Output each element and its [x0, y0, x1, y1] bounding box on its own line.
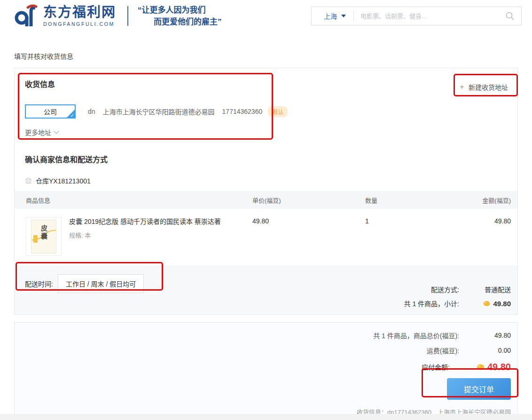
new-address-label: 新建收货地址 — [469, 82, 508, 92]
unit-price: 49.80 — [252, 217, 365, 256]
book-cover-title: 皮囊 — [39, 225, 48, 241]
summary-card: 共 1 件商品，商品总价(福豆): 49.80 运费(福豆): 0.00 应付金… — [14, 322, 518, 420]
warehouse-row: 仓库YX181213001 — [25, 176, 517, 184]
freight-value: 0.00 — [459, 347, 511, 354]
header-divider — [127, 6, 128, 26]
shipping-section-title: 收货信息 — [25, 79, 55, 90]
delivery-method-label: 配送方式: — [431, 285, 459, 294]
brand-name-cn: 东方福利网 — [43, 6, 116, 19]
address-tag-company[interactable]: 公司 ✓ — [25, 104, 76, 119]
search-input[interactable] — [354, 13, 505, 20]
warehouse-name: 仓库YX181213001 — [36, 176, 91, 185]
freight-label: 运费(福豆): — [427, 346, 459, 355]
amount: 49.80 — [459, 217, 511, 256]
city-name: 上海 — [324, 11, 337, 21]
brand-monogram-icon — [14, 4, 39, 28]
book-cover: 皮囊 — [31, 220, 56, 254]
bean-icon — [483, 300, 491, 307]
product-spec: 规格: 本 — [69, 230, 221, 239]
brand-text: 东方福利网 DONGFANGFULI.COM — [43, 6, 116, 27]
col-amount: 金额(福豆) — [459, 196, 511, 205]
submit-order-button[interactable]: 提交订单 — [447, 378, 511, 400]
col-unit-price: 单价(福豆) — [252, 196, 365, 205]
brand-name-en: DONGFANGFULI.COM — [43, 22, 116, 27]
product-image[interactable]: 皮囊 — [26, 217, 62, 256]
payable-value: 49.80 — [487, 362, 511, 372]
site-header: 东方福利网 DONGFANGFULI.COM “让更多人因为我们 而更爱他们的雇… — [0, 0, 532, 30]
warehouse-icon — [25, 177, 32, 184]
brand-tagline: “让更多人因为我们 而更爱他们的雇主” — [138, 4, 222, 28]
address-row: 公司 ✓ dn 上海市上海长宁区华阳路街道德必易园 17714362360 默认 — [25, 104, 517, 119]
plus-icon: + — [460, 84, 464, 90]
payable-label: 应付金额: — [422, 362, 450, 372]
table-row: 皮囊 皮囊 2019纪念版 感动千万读者的国民读本 蔡崇达著 规格: 本 49.… — [15, 209, 517, 264]
total-value: 49.80 — [459, 332, 511, 339]
tagline-line1: “让更多人因为我们 — [138, 4, 222, 16]
default-badge: 默认 — [268, 106, 288, 117]
receiver-phone: 17714362360 — [222, 108, 263, 115]
delivery-time-label: 配送时间: — [25, 279, 53, 288]
selected-check-icon: ✓ — [67, 110, 75, 118]
chevron-down-icon — [341, 15, 346, 17]
product-title[interactable]: 皮囊 2019纪念版 感动千万读者的国民读本 蔡崇达著 — [69, 217, 221, 226]
book-accent — [33, 235, 38, 243]
address-detail: 上海市上海长宁区华阳路街道德必易园 — [103, 107, 215, 116]
chevron-down-icon — [54, 128, 59, 134]
city-selector[interactable]: 上海 — [312, 11, 353, 21]
subtotal-value: 49.80 — [493, 300, 511, 308]
search-box: 上海 — [311, 7, 522, 25]
col-quantity: 数量 — [365, 196, 459, 205]
delivery-method-value: 普通配送 — [459, 285, 511, 294]
col-product-info: 商品信息 — [26, 196, 252, 205]
bean-icon — [476, 363, 485, 371]
order-table-header: 商品信息 单价(福豆) 数量 金额(福豆) — [15, 191, 517, 209]
page-title: 填写并核对收货信息 — [14, 53, 532, 60]
merchant-section-title: 确认商家信息和配送方式 — [15, 137, 517, 165]
page-bottom-strip — [0, 414, 532, 420]
delivery-time-selector[interactable]: 工作日 / 周末 / 假日均可 — [58, 274, 144, 293]
quantity: 1 — [365, 217, 459, 256]
receiver-name: dn — [88, 108, 95, 115]
search-icon[interactable] — [505, 11, 515, 21]
delivery-section: 配送时间: 工作日 / 周末 / 假日均可 配送方式: 普通配送 共 1 件商品… — [15, 266, 517, 314]
more-addresses-label: 更多地址 — [25, 127, 51, 137]
subtotal-label: 共 1 件商品，小计: — [404, 299, 459, 308]
new-address-button[interactable]: + 新建收货地址 — [454, 79, 514, 95]
address-tag-label: 公司 — [44, 107, 57, 116]
total-label: 共 1 件商品，商品总价(福豆): — [373, 331, 459, 340]
brand-logo[interactable]: 东方福利网 DONGFANGFULI.COM — [14, 4, 116, 28]
tagline-line2: 而更爱他们的雇主” — [138, 16, 222, 28]
order-card: 收货信息 + 新建收货地址 公司 ✓ dn 上海市上海长宁区华阳路街道德必易园 … — [14, 68, 518, 315]
more-addresses-toggle[interactable]: 更多地址 — [25, 127, 517, 137]
